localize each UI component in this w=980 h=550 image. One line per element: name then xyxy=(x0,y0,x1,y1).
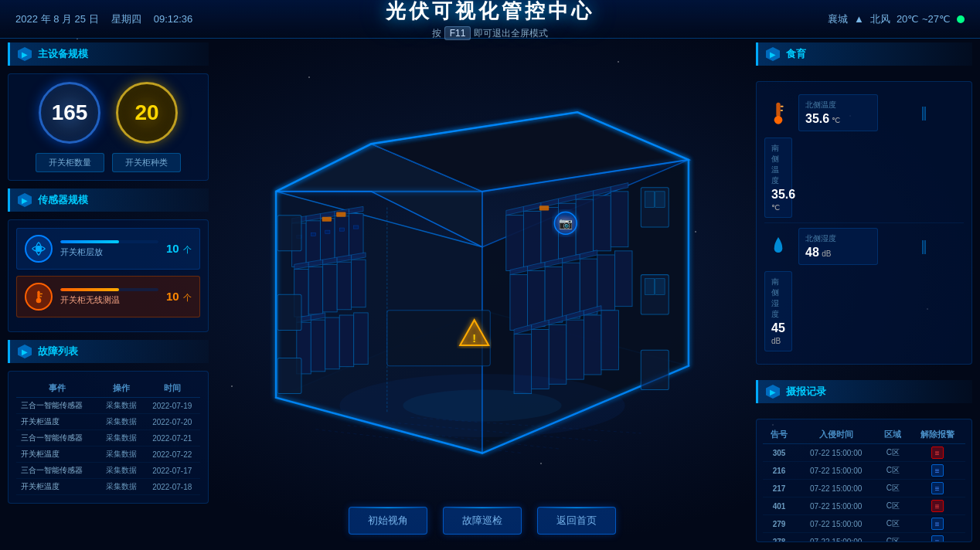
north-temp-box: 北侧温度 35.6 ℃ xyxy=(798,94,878,131)
humidity-row: 北侧湿度 48 dB ‖ 南侧湿度 45 dB xyxy=(764,223,964,356)
fullscreen-key: F11 xyxy=(444,26,471,40)
sensor-section-header: ▶ 传感器规模 xyxy=(8,188,209,212)
south-temp-value: 35.6 xyxy=(771,188,795,201)
sensor-panel: 开关柜层放 10 个 开关柜无线测温 xyxy=(8,219,209,332)
fault-section-title: 故障列表 xyxy=(38,345,78,358)
svg-rect-107 xyxy=(277,358,301,393)
svg-rect-30 xyxy=(339,228,344,231)
svg-rect-20 xyxy=(335,216,349,260)
svg-marker-26 xyxy=(349,206,363,213)
left-panel: ▶ 主设备规模 165 20 开关柜数量 开关柜种类 ▶ 传感器规模 xyxy=(8,42,209,542)
alert-dismiss-cell: ≡ xyxy=(909,533,965,543)
svg-rect-34 xyxy=(323,264,337,312)
svg-rect-78 xyxy=(567,320,584,379)
alert-section-header: ▶ 摄报记录 xyxy=(756,380,972,403)
circle-blue: 165 xyxy=(39,82,100,144)
svg-rect-79 xyxy=(584,315,601,375)
alert-id: 278 xyxy=(763,533,795,543)
svg-rect-46 xyxy=(354,313,368,365)
right-panel-inner: ▶ 食育 北侧温度 35.6 ℃ xyxy=(756,42,972,542)
room-3d-visualization: ! 📷 xyxy=(213,42,752,499)
device-labels: 开关柜数量 开关柜种类 xyxy=(16,153,200,172)
fault-table-row: 开关柜温度 采集数据 2022-07-22 xyxy=(16,446,200,463)
main-devices-panel: 165 20 开关柜数量 开关柜种类 xyxy=(8,73,209,181)
alert-zone: C区 xyxy=(876,515,909,533)
initial-view-button[interactable]: 初始视角 xyxy=(349,507,427,535)
svg-rect-45 xyxy=(339,315,353,367)
return-home-button[interactable]: 返回首页 xyxy=(537,507,616,535)
humidity-divider: ‖ xyxy=(884,238,964,255)
svg-rect-29 xyxy=(325,230,330,233)
fault-time: 2022-07-22 xyxy=(144,446,200,463)
svg-rect-63 xyxy=(510,275,528,331)
alert-id: 217 xyxy=(763,480,795,497)
alert-panel: 告号 入侵时间 区域 解除报警 305 07-22 15:00:00 C区 ≡ … xyxy=(756,419,972,542)
sensor-2-label: 开关柜无线测温 xyxy=(60,294,158,306)
fault-event: 三合一智能传感器 xyxy=(16,430,98,446)
svg-marker-57 xyxy=(523,202,541,211)
alert-section-icon: ▶ xyxy=(766,385,780,399)
alert-dismiss-button[interactable]: ≡ xyxy=(931,446,944,459)
svg-rect-80 xyxy=(601,311,619,370)
alert-dismiss-button[interactable]: ≡ xyxy=(931,500,944,512)
alert-dismiss-button[interactable]: ≡ xyxy=(931,535,944,542)
alert-col-dismiss: 解除报警 xyxy=(909,426,965,444)
svg-rect-43 xyxy=(311,320,325,372)
fault-section-icon: ▶ xyxy=(18,345,32,358)
svg-rect-51 xyxy=(541,207,559,263)
south-humidity-value: 45 xyxy=(771,321,785,334)
alert-time: 07-22 15:00:00 xyxy=(795,533,876,543)
alert-dismiss-button[interactable]: ≡ xyxy=(931,464,944,477)
svg-rect-105 xyxy=(277,216,301,251)
alert-dismiss-button[interactable]: ≡ xyxy=(931,518,944,530)
fault-action: 采集数据 xyxy=(98,479,145,495)
main-devices-icon: ▶ xyxy=(18,47,32,61)
svg-rect-21 xyxy=(349,214,363,257)
center-area: ! 📷 xyxy=(213,42,752,542)
sensor-section-title: 传感器规模 xyxy=(38,193,88,207)
alert-id: 279 xyxy=(763,515,795,533)
svg-rect-99 xyxy=(645,192,654,208)
svg-rect-77 xyxy=(549,324,567,384)
svg-rect-87 xyxy=(336,212,345,217)
svg-point-6 xyxy=(774,116,783,124)
south-humidity-box: 南侧湿度 45 dB xyxy=(764,271,792,351)
svg-rect-54 xyxy=(594,195,611,251)
svg-marker-60 xyxy=(576,191,594,199)
header: 2022 年 8 月 25 日 星期四 09:12:36 光伏可视化管控中心 按… xyxy=(0,0,980,39)
svg-rect-8 xyxy=(781,110,783,111)
bottom-buttons: 初始视角 故障巡检 返回首页 xyxy=(213,499,752,542)
alert-table-row: 305 07-22 15:00:00 C区 ≡ xyxy=(763,444,965,462)
fault-action: 采集数据 xyxy=(98,430,145,446)
circle-gold: 20 xyxy=(116,82,178,144)
svg-rect-67 xyxy=(580,259,597,314)
alert-col-zone: 区域 xyxy=(876,426,909,444)
north-temp-label: 北侧温度 xyxy=(805,100,871,110)
svg-rect-65 xyxy=(545,267,563,322)
fault-event: 三合一智能传感器 xyxy=(16,463,98,479)
fault-event: 三合一智能传感器 xyxy=(16,398,98,414)
temp-icon xyxy=(764,99,792,127)
svg-rect-88 xyxy=(539,205,549,210)
svg-rect-104 xyxy=(641,350,669,389)
header-left: 2022 年 8 月 25 日 星期四 09:12:36 xyxy=(15,12,192,26)
fault-table-row: 三合一智能传感器 采集数据 2022-07-17 xyxy=(16,463,200,479)
fault-table-row: 三合一智能传感器 采集数据 2022-07-21 xyxy=(16,430,200,446)
fault-patrol-button[interactable]: 故障巡检 xyxy=(443,507,522,535)
svg-rect-4 xyxy=(40,296,43,297)
svg-rect-49 xyxy=(506,216,524,271)
device-circles: 165 20 xyxy=(16,82,200,144)
sensor-1-icon xyxy=(25,235,53,263)
main-devices-section-header: ▶ 主设备规模 xyxy=(8,42,209,66)
env-section-icon: ▶ xyxy=(766,47,780,61)
alert-dismiss-button[interactable]: ≡ xyxy=(931,482,944,494)
weather-status-dot xyxy=(957,15,965,23)
fault-time: 2022-07-21 xyxy=(144,430,200,446)
sensor-2-unit: 个 xyxy=(183,293,192,302)
sensor-1-progress-fill xyxy=(60,240,119,243)
fault-time: 2022-07-19 xyxy=(144,398,200,414)
north-humidity-value: 48 xyxy=(805,246,819,259)
circle-gold-container: 20 xyxy=(116,82,178,144)
circle-blue-container: 165 xyxy=(39,82,100,144)
svg-rect-36 xyxy=(352,260,366,307)
